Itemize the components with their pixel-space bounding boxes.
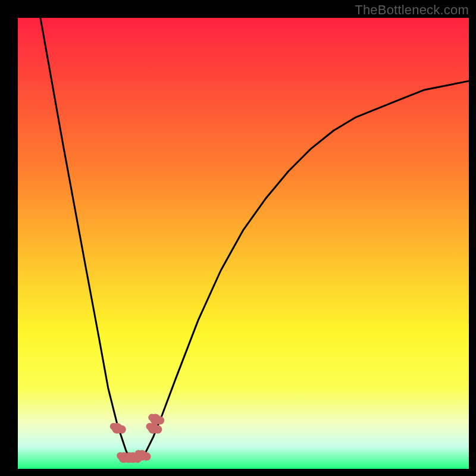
chart-svg (0, 0, 476, 476)
svg-point-8 (126, 452, 133, 459)
chart-frame: TheBottleneck.com (0, 0, 476, 476)
svg-point-5 (117, 452, 124, 459)
svg-point-16 (156, 416, 164, 425)
watermark-text: TheBottleneck.com (355, 2, 469, 18)
chart-background (18, 18, 469, 469)
svg-point-13 (154, 425, 162, 434)
svg-point-17 (148, 414, 155, 421)
svg-point-1 (118, 425, 126, 434)
svg-point-10 (142, 452, 151, 461)
svg-point-11 (134, 450, 142, 457)
svg-point-2 (110, 423, 117, 430)
svg-point-14 (146, 423, 153, 430)
